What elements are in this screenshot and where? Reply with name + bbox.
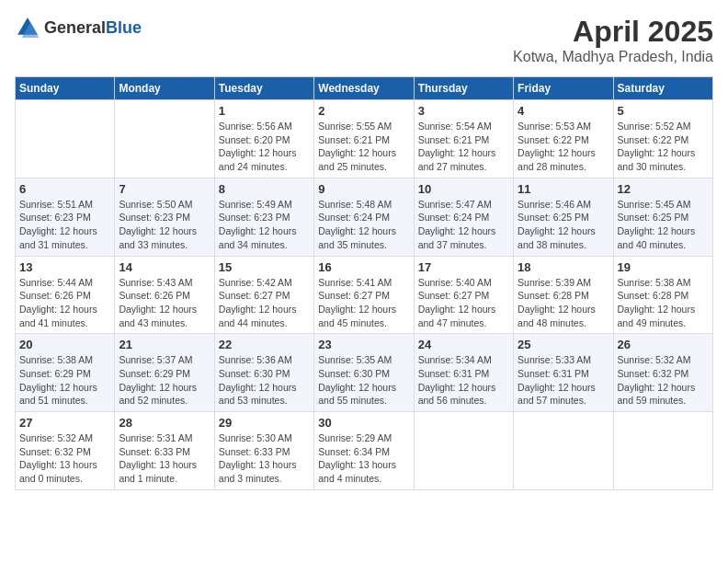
month-title: April 2025 xyxy=(513,15,713,49)
weekday-header-saturday: Saturday xyxy=(613,77,712,100)
title-block: April 2025 Kotwa, Madhya Pradesh, India xyxy=(513,15,713,65)
calendar-week-2: 6Sunrise: 5:51 AM Sunset: 6:23 PM Daylig… xyxy=(16,178,713,256)
day-number: 25 xyxy=(518,338,609,351)
calendar-week-5: 27Sunrise: 5:32 AM Sunset: 6:32 PM Dayli… xyxy=(16,412,713,490)
calendar-cell: 25Sunrise: 5:33 AM Sunset: 6:31 PM Dayli… xyxy=(514,334,613,412)
calendar-cell xyxy=(414,412,513,490)
day-info: Sunrise: 5:40 AM Sunset: 6:27 PM Dayligh… xyxy=(418,276,509,330)
weekday-header-thursday: Thursday xyxy=(414,77,513,100)
day-info: Sunrise: 5:50 AM Sunset: 6:23 PM Dayligh… xyxy=(119,198,210,252)
day-number: 23 xyxy=(318,338,409,351)
calendar-cell: 23Sunrise: 5:35 AM Sunset: 6:30 PM Dayli… xyxy=(314,334,414,412)
day-number: 19 xyxy=(618,260,709,274)
calendar-cell: 22Sunrise: 5:36 AM Sunset: 6:30 PM Dayli… xyxy=(214,334,313,412)
weekday-header-monday: Monday xyxy=(115,77,214,100)
calendar-cell: 29Sunrise: 5:30 AM Sunset: 6:33 PM Dayli… xyxy=(214,412,313,490)
day-number: 14 xyxy=(119,260,210,274)
calendar-cell: 26Sunrise: 5:32 AM Sunset: 6:32 PM Dayli… xyxy=(613,334,712,412)
weekday-header-tuesday: Tuesday xyxy=(214,77,313,100)
day-info: Sunrise: 5:54 AM Sunset: 6:21 PM Dayligh… xyxy=(418,120,509,174)
calendar-cell: 9Sunrise: 5:48 AM Sunset: 6:24 PM Daylig… xyxy=(314,178,414,256)
day-info: Sunrise: 5:34 AM Sunset: 6:31 PM Dayligh… xyxy=(418,353,509,408)
calendar-cell xyxy=(613,412,712,490)
calendar-cell: 18Sunrise: 5:39 AM Sunset: 6:28 PM Dayli… xyxy=(514,256,613,334)
day-number: 5 xyxy=(618,104,709,118)
logo-icon xyxy=(15,15,40,40)
day-number: 11 xyxy=(518,182,609,196)
calendar-cell: 15Sunrise: 5:42 AM Sunset: 6:27 PM Dayli… xyxy=(214,256,313,334)
day-info: Sunrise: 5:29 AM Sunset: 6:34 PM Dayligh… xyxy=(318,431,409,486)
day-number: 28 xyxy=(119,416,210,430)
day-info: Sunrise: 5:35 AM Sunset: 6:30 PM Dayligh… xyxy=(318,353,409,408)
day-number: 13 xyxy=(19,260,110,274)
calendar-cell: 1Sunrise: 5:56 AM Sunset: 6:20 PM Daylig… xyxy=(214,100,313,178)
calendar-cell xyxy=(115,100,214,178)
calendar-cell: 4Sunrise: 5:53 AM Sunset: 6:22 PM Daylig… xyxy=(514,100,613,178)
day-number: 27 xyxy=(19,416,110,430)
weekday-header-wednesday: Wednesday xyxy=(314,77,414,100)
day-info: Sunrise: 5:32 AM Sunset: 6:32 PM Dayligh… xyxy=(618,353,709,408)
day-number: 16 xyxy=(318,260,409,274)
day-info: Sunrise: 5:36 AM Sunset: 6:30 PM Dayligh… xyxy=(219,353,310,408)
calendar-cell: 3Sunrise: 5:54 AM Sunset: 6:21 PM Daylig… xyxy=(414,100,513,178)
calendar-cell: 12Sunrise: 5:45 AM Sunset: 6:25 PM Dayli… xyxy=(613,178,712,256)
day-info: Sunrise: 5:33 AM Sunset: 6:31 PM Dayligh… xyxy=(518,353,609,408)
calendar-cell: 8Sunrise: 5:49 AM Sunset: 6:23 PM Daylig… xyxy=(214,178,313,256)
calendar-cell: 28Sunrise: 5:31 AM Sunset: 6:33 PM Dayli… xyxy=(115,412,214,490)
day-info: Sunrise: 5:46 AM Sunset: 6:25 PM Dayligh… xyxy=(518,198,609,252)
day-info: Sunrise: 5:38 AM Sunset: 6:28 PM Dayligh… xyxy=(618,276,709,330)
page-header: GeneralBlue April 2025 Kotwa, Madhya Pra… xyxy=(15,15,713,65)
day-info: Sunrise: 5:49 AM Sunset: 6:23 PM Dayligh… xyxy=(219,198,310,252)
weekday-header-sunday: Sunday xyxy=(16,77,115,100)
day-number: 8 xyxy=(219,182,310,196)
calendar-cell xyxy=(514,412,613,490)
calendar-cell: 5Sunrise: 5:52 AM Sunset: 6:22 PM Daylig… xyxy=(613,100,712,178)
day-info: Sunrise: 5:55 AM Sunset: 6:21 PM Dayligh… xyxy=(318,120,409,174)
calendar-cell: 24Sunrise: 5:34 AM Sunset: 6:31 PM Dayli… xyxy=(414,334,513,412)
day-info: Sunrise: 5:51 AM Sunset: 6:23 PM Dayligh… xyxy=(19,198,110,252)
calendar-cell: 6Sunrise: 5:51 AM Sunset: 6:23 PM Daylig… xyxy=(16,178,115,256)
location-subtitle: Kotwa, Madhya Pradesh, India xyxy=(513,49,713,65)
calendar-week-4: 20Sunrise: 5:38 AM Sunset: 6:29 PM Dayli… xyxy=(16,334,713,412)
day-info: Sunrise: 5:44 AM Sunset: 6:26 PM Dayligh… xyxy=(19,276,110,330)
weekday-header-friday: Friday xyxy=(514,77,613,100)
day-info: Sunrise: 5:38 AM Sunset: 6:29 PM Dayligh… xyxy=(19,353,110,408)
calendar-cell: 10Sunrise: 5:47 AM Sunset: 6:24 PM Dayli… xyxy=(414,178,513,256)
day-info: Sunrise: 5:52 AM Sunset: 6:22 PM Dayligh… xyxy=(618,120,709,174)
day-number: 17 xyxy=(418,260,509,274)
day-number: 3 xyxy=(418,104,509,118)
day-number: 20 xyxy=(19,338,110,351)
day-number: 24 xyxy=(418,338,509,351)
day-info: Sunrise: 5:32 AM Sunset: 6:32 PM Dayligh… xyxy=(19,431,110,486)
logo: GeneralBlue xyxy=(15,15,142,40)
day-number: 9 xyxy=(318,182,409,196)
calendar-cell: 11Sunrise: 5:46 AM Sunset: 6:25 PM Dayli… xyxy=(514,178,613,256)
calendar-cell: 27Sunrise: 5:32 AM Sunset: 6:32 PM Dayli… xyxy=(16,412,115,490)
logo-text-general: General xyxy=(44,18,106,37)
day-number: 6 xyxy=(19,182,110,196)
day-number: 12 xyxy=(618,182,709,196)
logo-text-blue: Blue xyxy=(106,18,142,37)
calendar-cell: 2Sunrise: 5:55 AM Sunset: 6:21 PM Daylig… xyxy=(314,100,414,178)
day-info: Sunrise: 5:41 AM Sunset: 6:27 PM Dayligh… xyxy=(318,276,409,330)
day-info: Sunrise: 5:30 AM Sunset: 6:33 PM Dayligh… xyxy=(219,431,310,486)
calendar-week-1: 1Sunrise: 5:56 AM Sunset: 6:20 PM Daylig… xyxy=(16,100,713,178)
day-number: 15 xyxy=(219,260,310,274)
calendar-cell: 16Sunrise: 5:41 AM Sunset: 6:27 PM Dayli… xyxy=(314,256,414,334)
day-info: Sunrise: 5:56 AM Sunset: 6:20 PM Dayligh… xyxy=(219,120,310,174)
day-info: Sunrise: 5:48 AM Sunset: 6:24 PM Dayligh… xyxy=(318,198,409,252)
day-info: Sunrise: 5:47 AM Sunset: 6:24 PM Dayligh… xyxy=(418,198,509,252)
calendar-cell: 13Sunrise: 5:44 AM Sunset: 6:26 PM Dayli… xyxy=(16,256,115,334)
calendar-cell: 7Sunrise: 5:50 AM Sunset: 6:23 PM Daylig… xyxy=(115,178,214,256)
day-info: Sunrise: 5:39 AM Sunset: 6:28 PM Dayligh… xyxy=(518,276,609,330)
calendar-week-3: 13Sunrise: 5:44 AM Sunset: 6:26 PM Dayli… xyxy=(16,256,713,334)
day-number: 26 xyxy=(618,338,709,351)
calendar-table: SundayMondayTuesdayWednesdayThursdayFrid… xyxy=(15,76,713,490)
calendar-cell: 21Sunrise: 5:37 AM Sunset: 6:29 PM Dayli… xyxy=(115,334,214,412)
day-number: 2 xyxy=(318,104,409,118)
day-number: 1 xyxy=(219,104,310,118)
day-info: Sunrise: 5:45 AM Sunset: 6:25 PM Dayligh… xyxy=(618,198,709,252)
day-number: 22 xyxy=(219,338,310,351)
calendar-header-row: SundayMondayTuesdayWednesdayThursdayFrid… xyxy=(16,77,713,100)
day-number: 21 xyxy=(119,338,210,351)
